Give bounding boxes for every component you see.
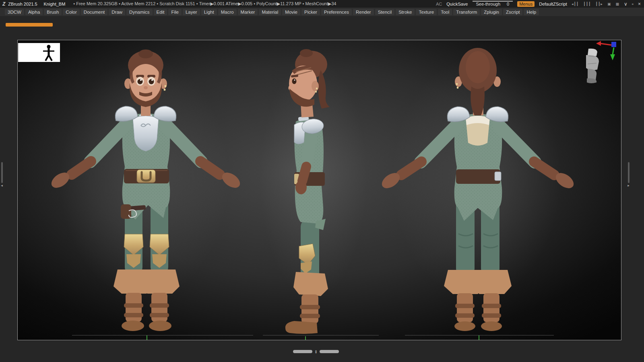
zbrush-logo-icon: Z (2, 1, 5, 7)
menu-item[interactable]: Tool (438, 9, 452, 15)
right-tray-handle[interactable] (628, 162, 630, 183)
right-tray-scroller[interactable]: ▸ (627, 159, 630, 190)
title-bar-right: AC QuickSave See-through 0 Menus Default… (436, 1, 644, 7)
menu-item[interactable]: Stroke (396, 9, 415, 15)
back-boots (444, 270, 512, 331)
document-thumbnail (18, 43, 60, 62)
menu-item[interactable]: Document (81, 9, 107, 15)
menu-item[interactable]: Render (353, 9, 374, 15)
tray-left-arrow-icon[interactable]: ◂ (1, 184, 3, 187)
see-through-value: 0 (507, 2, 509, 6)
menu-item[interactable]: Zplugin (481, 9, 502, 15)
title-bar: Z ZBrush 2021.5 Knight_BM • Free Mem 20.… (0, 0, 644, 8)
hscroll-handle-left[interactable] (293, 350, 312, 353)
menu-item[interactable]: File (168, 9, 182, 15)
menu-item[interactable]: Light (201, 9, 217, 15)
menu-item[interactable]: Picker (301, 9, 320, 15)
document-name: Knight_BM (44, 2, 66, 6)
front-belt (124, 169, 169, 183)
side-head (288, 49, 330, 117)
document-layout-icon[interactable]: ▣ (607, 2, 611, 6)
scroll-down-icon[interactable]: ▾ (315, 352, 317, 354)
back-armor-patch (466, 116, 490, 146)
ac-label: AC (436, 2, 442, 6)
document-strip (0, 16, 644, 30)
app-title: ZBrush 2021.5 (8, 2, 37, 6)
title-bar-left: Z ZBrush 2021.5 Knight_BM • Free Mem 20.… (0, 1, 336, 7)
memory-stats: • Free Mem 20.325GB • Active Mem 2212 • … (73, 1, 336, 6)
character-front-view[interactable] (43, 46, 249, 335)
menu-item[interactable]: Marker (238, 9, 258, 15)
see-through-slider[interactable]: See-through 0 (473, 1, 513, 7)
front-boots (114, 269, 180, 331)
menu-item[interactable]: Material (259, 9, 281, 15)
maximize-icon[interactable]: ▫ (632, 1, 634, 7)
menu-item[interactable]: Preferences (321, 9, 352, 15)
menu-item[interactable]: Transform (453, 9, 480, 15)
front-head (124, 49, 167, 116)
back-belt (456, 169, 501, 184)
quicksave-button[interactable]: QuickSave (446, 2, 468, 6)
menu-item[interactable]: Color (63, 9, 79, 15)
hscroll-handle-right[interactable] (320, 350, 339, 353)
horizontal-scrollbar[interactable]: ▴ ▾ (293, 350, 339, 354)
dock-left-icon[interactable]: ◂┃┃ (572, 2, 579, 6)
document-canvas[interactable] (17, 40, 621, 340)
tray-divider-bar[interactable] (6, 23, 53, 27)
menu-item[interactable]: 3DCW (5, 9, 24, 15)
back-head (455, 48, 501, 115)
menu-item[interactable]: Macro (218, 9, 237, 15)
front-chest-plate (133, 113, 159, 151)
mesh-preview-icon (583, 48, 601, 83)
menu-item[interactable]: Dynamics (126, 9, 152, 15)
front-knee-guards (124, 234, 169, 268)
dock-right-icon[interactable]: ┃┃▸ (596, 2, 603, 6)
ground-line-front (72, 335, 253, 335)
grid-layout-icon[interactable]: ▦ (615, 2, 619, 6)
menu-item[interactable]: Zscript (503, 9, 523, 15)
tray-right-arrow-icon[interactable]: ▸ (627, 184, 630, 187)
close-icon[interactable]: × (638, 1, 641, 7)
character-back-view[interactable] (374, 45, 582, 337)
scroll-updown-arrows[interactable]: ▴ ▾ (314, 350, 318, 354)
menu-item[interactable]: Layer (183, 9, 200, 15)
default-zscript-button[interactable]: DefaultZScript (539, 2, 567, 6)
menu-item[interactable]: Movie (282, 9, 300, 15)
menu-bar: 3DCWAlphaBrushColorDocumentDrawDynamicsE… (0, 8, 644, 16)
thumbnail-silhouette (18, 43, 60, 62)
menu-item[interactable]: Alpha (25, 9, 43, 15)
workspace: ▴ ▾ (0, 30, 644, 362)
left-tray-scroller[interactable]: ◂ (0, 159, 4, 190)
menu-item[interactable]: Edit (154, 9, 167, 15)
character-side-view[interactable] (278, 46, 343, 339)
menu-item[interactable]: Draw (109, 9, 125, 15)
menu-item[interactable]: Help (524, 9, 539, 15)
side-boot (285, 272, 328, 334)
left-tray-handle[interactable] (1, 162, 3, 183)
collapse-icon[interactable]: ∨ (624, 1, 627, 7)
floor-tick-front (147, 335, 147, 340)
menus-toggle-button[interactable]: Menus (517, 1, 535, 7)
menu-item[interactable]: Texture (416, 9, 437, 15)
menu-item[interactable]: Stencil (375, 9, 395, 15)
see-through-label: See-through (476, 2, 501, 6)
menu-item[interactable]: Brush (44, 9, 62, 15)
dock-center-icon[interactable]: ┃┃┃ (583, 2, 591, 6)
